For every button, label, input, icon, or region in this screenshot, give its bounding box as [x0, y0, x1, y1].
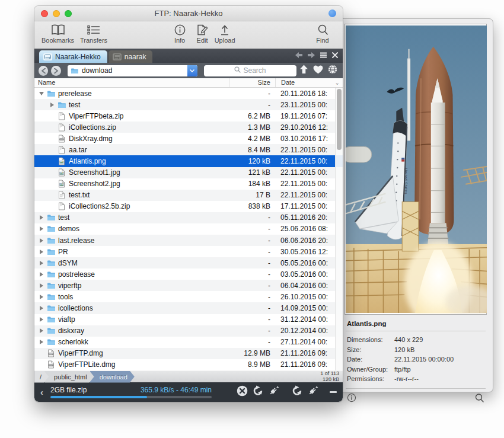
connection-status-dot — [328, 9, 336, 17]
back-button[interactable] — [39, 66, 48, 76]
breadcrumb-download[interactable]: download — [90, 371, 135, 383]
plug-icon[interactable] — [307, 385, 318, 399]
sync-icon[interactable] — [252, 385, 264, 399]
minimize-transferbar-icon[interactable] — [330, 391, 337, 393]
history-forward-icon[interactable] — [308, 50, 315, 60]
find-magnifier-icon — [317, 24, 329, 36]
disclosure-triangle-icon[interactable] — [37, 250, 46, 254]
disclosure-triangle-icon[interactable] — [37, 295, 46, 299]
scrollbar-track[interactable] — [335, 88, 343, 370]
folder-icon — [71, 68, 79, 74]
chevron-down-icon[interactable] — [187, 65, 197, 76]
find-button[interactable]: Find — [310, 24, 336, 44]
breadcrumb-public-html[interactable]: public_html — [44, 371, 94, 383]
table-row[interactable]: ViperFTPLite.dmg8.9 MB21.11.2016 09: — [34, 359, 343, 370]
scrollbar-thumb[interactable] — [337, 89, 342, 150]
tab-naarak-hekko[interactable]: Naarak-Hekko — [39, 50, 107, 63]
table-row[interactable]: viaftp-31.12.2014 00: — [34, 314, 343, 325]
table-row[interactable]: demos-25.06.2016 08: — [34, 223, 343, 235]
disclosure-triangle-icon[interactable] — [37, 226, 46, 231]
table-row[interactable]: icollections-14.09.2015 00: — [34, 302, 343, 314]
disclosure-triangle-icon[interactable] — [37, 340, 46, 344]
table-row[interactable]: diskxray-20.12.2014 00: — [34, 325, 343, 337]
bookmarks-label: Bookmarks — [42, 37, 74, 44]
column-header-size[interactable]: Size — [229, 78, 275, 87]
table-row[interactable]: tools-26.10.2015 00: — [34, 291, 343, 302]
table-row[interactable]: scherlokk-27.11.2014 00: — [34, 337, 343, 348]
table-row[interactable]: iCollections2.5b.zip838 kB17.11.2015 00: — [34, 201, 343, 212]
cancel-transfer-icon[interactable] — [237, 385, 248, 399]
table-row[interactable]: aa.tar8.4 MB22.11.2015 00: — [34, 144, 343, 155]
file-size: 1.3 MB — [229, 123, 275, 132]
info-icon[interactable] — [347, 393, 356, 402]
edit-button[interactable]: Edit — [192, 24, 213, 44]
file-name: ViperFTPLite.dmg — [58, 360, 116, 369]
disclosure-triangle-icon[interactable] — [47, 103, 57, 107]
transfers-button[interactable]: Transfers — [80, 24, 107, 44]
folder-icon — [46, 315, 56, 324]
column-options-chevron-icon[interactable]: ⌄ — [335, 78, 343, 87]
history-back-icon[interactable] — [295, 50, 302, 60]
table-row[interactable]: viperftp-06.04.2016 00: — [34, 280, 343, 291]
file-date: 22.11.2015 00: — [275, 157, 343, 165]
magnifier-icon[interactable] — [474, 393, 484, 403]
path-bar: download Search — [34, 63, 343, 78]
file-name: dSYM — [58, 259, 78, 267]
disclosure-triangle-icon[interactable] — [37, 215, 46, 220]
folder-dropdown[interactable]: download — [68, 65, 197, 76]
table-row[interactable]: DiskXray.dmg4.2 MB03.10.2016 17: — [34, 133, 343, 144]
table-row[interactable]: iCollections.zip1.3 MB29.10.2016 12: — [34, 122, 343, 133]
disclosure-triangle-icon[interactable] — [37, 261, 46, 266]
disclosure-triangle-icon[interactable] — [37, 238, 46, 243]
disclosure-triangle-icon[interactable] — [37, 283, 46, 288]
forward-button[interactable] — [51, 66, 60, 76]
column-header-name[interactable]: Name — [34, 78, 229, 87]
table-row[interactable]: test-23.11.2015 00: — [34, 99, 343, 110]
file-date: 20.11.2016 18: — [275, 89, 343, 98]
bookmarks-button[interactable]: Bookmarks — [42, 24, 74, 44]
plug-icon[interactable] — [268, 385, 279, 399]
file-date: 06.06.2016 20: — [275, 236, 343, 245]
tab-naarak[interactable]: naarak — [109, 50, 153, 63]
info-circle-icon — [174, 24, 186, 36]
table-row[interactable]: last.release-06.06.2016 20: — [34, 235, 343, 246]
table-row[interactable]: test-05.11.2016 20: — [34, 212, 343, 223]
tab-menu-icon[interactable] — [320, 50, 327, 60]
upload-button[interactable]: Upload — [214, 24, 235, 44]
collapse-transfers-chevron-icon[interactable]: ‹ — [40, 387, 43, 397]
transfers-label: Transfers — [80, 37, 107, 44]
search-input[interactable]: Search — [204, 65, 296, 76]
disclosure-triangle-icon[interactable] — [37, 92, 46, 95]
title-bar[interactable]: FTP: Naarak-Hekko — [34, 6, 343, 21]
table-row[interactable]: Screenshot1.jpg121 kB22.11.2015 00: — [34, 167, 343, 178]
zip-file-icon — [57, 202, 66, 211]
active-transfer[interactable]: 2GB file.zip 365.9 kB/s - 46:49 min — [50, 386, 212, 398]
disclosure-triangle-icon[interactable] — [37, 317, 46, 322]
globe-icon[interactable] — [328, 65, 337, 76]
table-row[interactable]: PR-30.05.2016 12: — [34, 246, 343, 257]
file-name: aa.tar — [69, 146, 87, 154]
table-row[interactable]: postrelease-03.05.2016 00: — [34, 268, 343, 280]
table-row[interactable]: Atlantis.png120 kB22.11.2015 00: — [34, 155, 343, 167]
file-size: 8.9 MB — [229, 360, 275, 369]
table-row[interactable]: dSYM-05.05.2016 00: — [34, 257, 343, 268]
table-row[interactable]: prerelease-20.11.2016 18: — [34, 88, 343, 99]
tab-close-icon[interactable] — [332, 50, 338, 60]
table-row[interactable]: ViperFTP.dmg12.9 MB21.11.2016 09: — [34, 348, 343, 359]
table-row[interactable]: ViperFTPbeta.zip6.2 MB19.11.2016 07: — [34, 110, 343, 122]
table-row[interactable]: test.txt17 B22.11.2015 00: — [34, 190, 343, 201]
parent-folder-icon[interactable] — [299, 65, 308, 76]
file-size: - — [229, 101, 275, 109]
disclosure-triangle-icon[interactable] — [37, 272, 46, 277]
file-date: 26.10.2015 00: — [275, 293, 343, 301]
file-date: 23.11.2015 00: — [275, 101, 343, 109]
disclosure-triangle-icon[interactable] — [37, 328, 46, 333]
sync-icon[interactable] — [291, 385, 303, 399]
favorites-heart-icon[interactable] — [313, 65, 323, 76]
tab-label: naarak — [125, 53, 146, 61]
table-row[interactable]: Screenshot2.jpg184 kB22.11.2015 00: — [34, 178, 343, 190]
disclosure-triangle-icon[interactable] — [37, 306, 46, 311]
column-header-date[interactable]: Date ⌄ — [275, 78, 343, 87]
info-button[interactable]: Info — [169, 24, 190, 44]
file-size: - — [229, 270, 275, 279]
